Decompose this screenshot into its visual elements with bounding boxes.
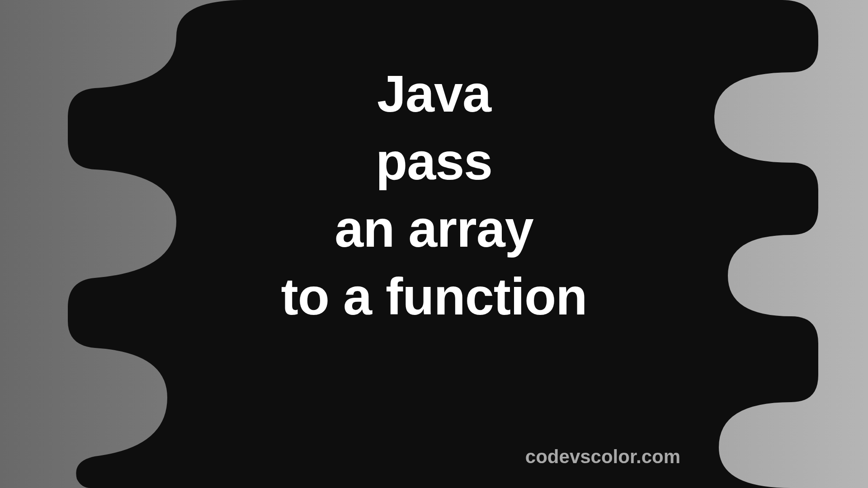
title-line-1: Java: [0, 60, 868, 128]
title-line-2: pass: [0, 128, 868, 196]
title-line-4: to a function: [0, 263, 868, 331]
watermark-text: codevscolor.com: [525, 446, 680, 468]
title-text: Java pass an array to a function: [0, 60, 868, 330]
title-line-3: an array: [0, 195, 868, 263]
graphic-container: Java pass an array to a function codevsc…: [0, 0, 868, 488]
title-block: Java pass an array to a function: [0, 60, 868, 330]
